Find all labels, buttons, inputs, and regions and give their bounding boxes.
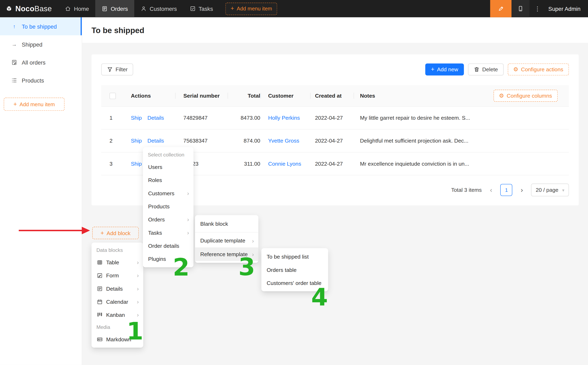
nav-label: Customers [150, 6, 177, 12]
user-name[interactable]: Super Admin [545, 6, 588, 12]
configure-actions-button[interactable]: Configure actions [508, 63, 569, 76]
chevron-right-icon [187, 190, 189, 196]
home-icon [65, 6, 71, 12]
page-header: To be shipped [82, 17, 588, 43]
ui-editor-button[interactable] [490, 0, 512, 17]
customer-link[interactable]: Connie Lyons [268, 161, 301, 167]
menu-item-duplicate-template[interactable]: Duplicate template [195, 234, 258, 247]
row-index: 1 [101, 115, 123, 121]
cell-notes: Delightful met sufficient projection ask… [354, 138, 569, 144]
top-navbar: NocoBase Home Orders Customers Tasks Add… [0, 0, 588, 17]
pagination-page-1[interactable]: 1 [500, 184, 513, 196]
column-header-customer: Customer [261, 93, 311, 99]
menu-group-data-blocks: Data blocks [91, 245, 143, 256]
app-root: NocoBase Home Orders Customers Tasks Add… [0, 0, 588, 365]
sidebar-item-products[interactable]: Products [0, 71, 82, 89]
pagination-prev-button[interactable] [485, 184, 497, 196]
pagination-next-button[interactable] [516, 184, 527, 196]
cell-total: 874.00 [228, 138, 261, 144]
row-actions: Ship Details [123, 115, 176, 121]
cell-created-at: 2022-04-27 [311, 138, 354, 144]
nav-item-orders[interactable]: Orders [95, 0, 134, 17]
menu-item-details[interactable]: Details [91, 282, 143, 295]
sidebar-add-menu-item-label: Add menu item [20, 101, 55, 107]
calendar-icon [97, 299, 103, 305]
menu-item-customers[interactable]: Customers [143, 187, 193, 200]
more-menu-button[interactable] [530, 5, 545, 12]
sidebar-item-label: All orders [22, 59, 46, 66]
menu-item-users[interactable]: Users [143, 160, 193, 173]
menu-item-calendar[interactable]: Calendar [91, 295, 143, 308]
step-annotation-2: 2 [173, 255, 189, 279]
details-link[interactable]: Details [147, 138, 164, 144]
chevron-right-icon [187, 229, 189, 236]
orders-icon [102, 6, 108, 12]
plus-icon [101, 230, 104, 236]
nav-item-tasks[interactable]: Tasks [183, 0, 219, 17]
nav-add-menu-item-button[interactable]: Add menu item [225, 2, 277, 15]
page-title: To be shipped [91, 26, 578, 35]
select-all-checkbox[interactable] [109, 92, 116, 99]
ship-link[interactable]: Ship [131, 161, 142, 167]
arrow-up-icon [11, 23, 17, 29]
menu-item-to-be-shipped-list[interactable]: To be shipped list [261, 250, 328, 263]
list-icon [11, 77, 17, 83]
sidebar-item-label: Shipped [22, 41, 42, 47]
document-icon [11, 59, 17, 65]
menu-item-table[interactable]: Table [91, 256, 143, 269]
column-header-actions: Actions [123, 93, 176, 99]
details-link[interactable]: Details [147, 115, 164, 121]
customer-link[interactable]: Holly Perkins [268, 115, 300, 121]
cell-customer: Connie Lyons [261, 161, 311, 167]
nav-add-menu-item-label: Add menu item [237, 6, 272, 12]
add-new-button[interactable]: Add new [425, 63, 464, 76]
sidebar-add-menu-item-button[interactable]: Add menu item [4, 98, 64, 111]
main-nav: Home Orders Customers Tasks Add menu ite… [59, 0, 277, 17]
cell-notes: Mr excellence inquietude conviction is i… [354, 161, 569, 167]
nav-item-home[interactable]: Home [59, 0, 95, 17]
sidebar-item-shipped[interactable]: Shipped [0, 35, 82, 53]
mobile-preview-button[interactable] [512, 0, 529, 17]
menu-item-orders-table[interactable]: Orders table [261, 263, 328, 276]
header-select-cell [101, 92, 123, 99]
filter-button[interactable]: Filter [101, 63, 133, 76]
customer-link[interactable]: Yvette Gross [268, 138, 299, 144]
ship-link[interactable]: Ship [131, 138, 142, 144]
delete-button[interactable]: Delete [468, 63, 504, 76]
details-icon [97, 286, 103, 291]
chevron-right-icon [187, 216, 189, 223]
row-index: 2 [101, 138, 123, 144]
ui-editor-pen-icon [498, 6, 504, 12]
menu-item-products[interactable]: Products [143, 200, 193, 213]
sidebar-item-label: To be shipped [22, 23, 57, 29]
add-block-button[interactable]: Add block [92, 227, 139, 239]
sidebar-item-to-be-shipped[interactable]: To be shipped [0, 17, 82, 35]
configure-columns-button[interactable]: Configure columns [493, 90, 558, 102]
chevron-right-icon [137, 285, 139, 292]
cell-customer: Holly Perkins [261, 115, 311, 121]
column-header-serial: Serial number [176, 93, 228, 99]
menu-item-order-details[interactable]: Order details [143, 239, 193, 252]
chevron-right-icon [137, 272, 139, 279]
nav-item-customers[interactable]: Customers [134, 0, 183, 17]
nocobase-logo-icon [6, 6, 12, 12]
menu-item-tasks[interactable]: Tasks [143, 226, 193, 239]
brand-logo[interactable]: NocoBase [0, 4, 59, 13]
page-size-select[interactable]: 20 / page [531, 184, 569, 196]
filter-icon [107, 66, 113, 72]
brand-name: NocoBase [15, 4, 52, 13]
table-toolbar: Filter Add new Delete Conf [101, 63, 569, 76]
chevron-right-icon [252, 238, 254, 244]
cell-total: 8473.00 [228, 115, 261, 121]
menu-item-roles[interactable]: Roles [143, 173, 193, 186]
sidebar: To be shipped Shipped All orders Product… [0, 17, 82, 365]
sidebar-item-all-orders[interactable]: All orders [0, 53, 82, 71]
ship-link[interactable]: Ship [131, 115, 142, 121]
form-icon [97, 273, 103, 278]
chevron-right-icon [137, 312, 139, 318]
menu-item-blank-block[interactable]: Blank block [195, 217, 258, 230]
column-header-total: Total [228, 93, 261, 99]
cell-created-at: 2022-04-27 [311, 115, 354, 121]
menu-item-form[interactable]: Form [91, 269, 143, 282]
menu-item-orders[interactable]: Orders [143, 213, 193, 226]
